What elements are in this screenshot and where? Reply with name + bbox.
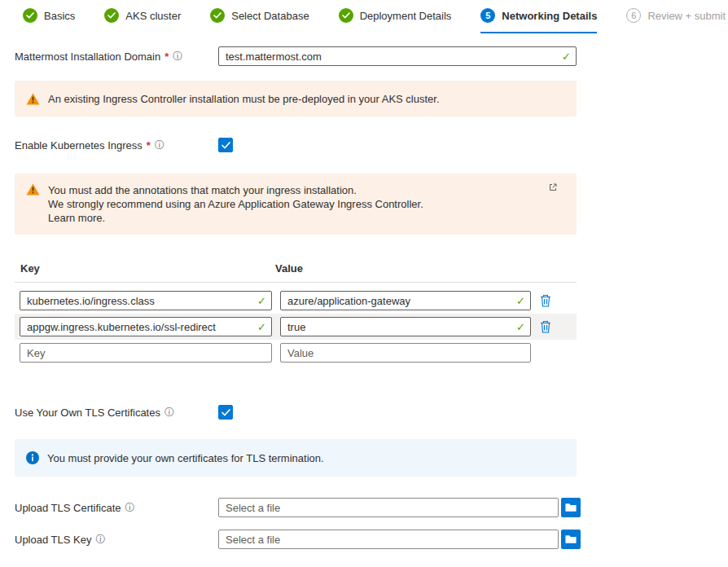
- tls-certificates-row: Use Your Own TLS Certificates ⓘ: [15, 405, 591, 420]
- label-text: Use Your Own TLS Certificates: [15, 407, 160, 419]
- upload-key-input[interactable]: [218, 530, 559, 549]
- domain-field-label: Mattermost Installation Domain * ⓘ: [15, 51, 218, 63]
- warning-text: An existing Ingress Controller installat…: [48, 92, 440, 106]
- tab-label: Select Database: [231, 10, 309, 22]
- enable-ingress-row: Enable Kubernetes Ingress * ⓘ: [15, 138, 591, 152]
- upload-key-control: [218, 530, 581, 549]
- step-number-icon: 5: [480, 8, 495, 23]
- key-input-wrap: ✓: [20, 317, 272, 336]
- key-column-header: Key: [20, 262, 275, 275]
- info-icon[interactable]: ⓘ: [173, 51, 182, 61]
- info-icon[interactable]: ⓘ: [164, 407, 174, 417]
- key-input-wrap: [20, 343, 272, 363]
- tab-aks-cluster[interactable]: AKS cluster: [104, 8, 181, 33]
- warning-line: You must add the annotations that match …: [48, 183, 423, 197]
- enable-ingress-label: Enable Kubernetes Ingress * ⓘ: [15, 139, 218, 152]
- file-input-wrap: [218, 498, 559, 517]
- label-text: Upload TLS Key: [15, 534, 91, 546]
- upload-cert-input[interactable]: [218, 498, 559, 517]
- delete-row-button[interactable]: [538, 319, 553, 335]
- info-icon[interactable]: ⓘ: [95, 534, 105, 544]
- domain-input-wrap: ✓: [218, 46, 577, 66]
- upload-cert-row: Upload TLS Certificate ⓘ: [15, 498, 591, 517]
- upload-cert-label: Upload TLS Certificate ⓘ: [15, 502, 218, 514]
- tab-networking-details[interactable]: 5 Networking Details: [480, 8, 597, 33]
- domain-input[interactable]: [218, 46, 577, 66]
- domain-field-row: Mattermost Installation Domain * ⓘ ✓: [15, 46, 591, 66]
- step-number-icon: 6: [626, 8, 641, 23]
- ingress-warning-banner: An existing Ingress Controller installat…: [15, 81, 577, 116]
- info-icon[interactable]: ⓘ: [125, 503, 135, 512]
- annotations-warning-banner: You must add the annotations that match …: [15, 174, 577, 235]
- tab-review-submit[interactable]: 6 Review + submit: [626, 8, 726, 33]
- annotation-key-input[interactable]: [20, 343, 272, 363]
- annotation-row: ✓ ✓: [15, 314, 577, 340]
- annotation-key-input[interactable]: [20, 291, 272, 310]
- value-input-wrap: ✓: [280, 317, 531, 336]
- step-complete-icon: [339, 8, 353, 23]
- value-input-wrap: [280, 343, 531, 363]
- value-column-header: Value: [275, 262, 526, 275]
- annotation-value-input[interactable]: [280, 291, 531, 310]
- info-icon[interactable]: ⓘ: [155, 140, 164, 150]
- annotation-value-input[interactable]: [280, 317, 531, 336]
- label-text: Enable Kubernetes Ingress: [15, 139, 143, 152]
- annotation-key-input[interactable]: [20, 317, 272, 336]
- wizard-steps: Basics AKS cluster Select Database Deplo…: [0, 0, 728, 33]
- value-input-wrap: ✓: [280, 291, 531, 310]
- annotation-value-input[interactable]: [280, 343, 531, 363]
- upload-key-row: Upload TLS Key ⓘ: [15, 530, 591, 549]
- browse-file-button[interactable]: [561, 498, 581, 517]
- warning-line: We strongly recommend using an Azure App…: [48, 197, 423, 211]
- tab-select-database[interactable]: Select Database: [210, 8, 309, 33]
- tab-label: Basics: [44, 10, 75, 22]
- annotations-table-header: Key Value: [15, 257, 577, 283]
- tab-label: Deployment Details: [360, 10, 452, 22]
- required-asterisk: *: [164, 51, 169, 63]
- learn-more-link[interactable]: Learn more.: [48, 211, 423, 225]
- tab-deployment-details[interactable]: Deployment Details: [339, 8, 452, 33]
- label-text: Upload TLS Certificate: [15, 502, 121, 514]
- required-asterisk: *: [147, 139, 151, 152]
- step-complete-icon: [210, 8, 225, 23]
- tab-basics[interactable]: Basics: [23, 8, 75, 33]
- upload-cert-control: [218, 498, 581, 517]
- label-text: Mattermost Installation Domain: [15, 51, 160, 63]
- key-input-wrap: ✓: [20, 291, 272, 310]
- warning-text-block: You must add the annotations that match …: [48, 183, 423, 225]
- enable-ingress-checkbox[interactable]: [218, 138, 233, 152]
- upload-key-label: Upload TLS Key ⓘ: [15, 534, 218, 546]
- step-complete-icon: [104, 8, 119, 23]
- external-link-icon[interactable]: [549, 182, 557, 194]
- tab-label: AKS cluster: [125, 10, 181, 22]
- tls-certificates-checkbox[interactable]: [218, 405, 233, 420]
- info-banner-icon: [26, 451, 39, 464]
- warning-icon: [26, 183, 40, 196]
- annotations-table: Key Value ✓ ✓ ✓ ✓: [15, 257, 577, 366]
- tab-label: Networking Details: [502, 10, 597, 22]
- tls-info-banner: You must provide your own certificates f…: [15, 439, 577, 477]
- annotation-row-empty: [15, 340, 577, 366]
- step-complete-icon: [23, 8, 37, 23]
- warning-icon: [26, 93, 40, 105]
- file-input-wrap: [218, 530, 559, 549]
- annotation-row: ✓ ✓: [15, 288, 577, 314]
- browse-file-button[interactable]: [561, 530, 581, 549]
- info-text: You must provide your own certificates f…: [47, 451, 324, 465]
- delete-row-button[interactable]: [538, 292, 553, 309]
- tls-certificates-label: Use Your Own TLS Certificates ⓘ: [15, 407, 218, 419]
- tab-label: Review + submit: [647, 10, 726, 22]
